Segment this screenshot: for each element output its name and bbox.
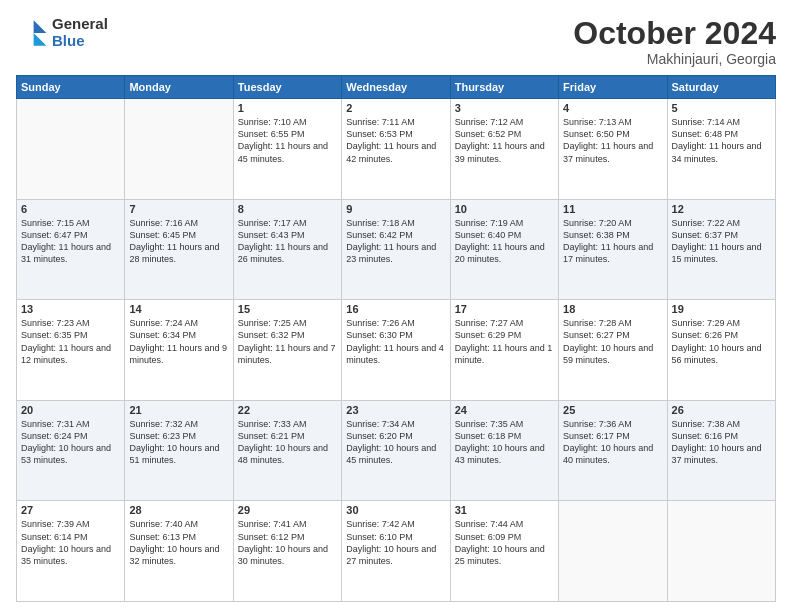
day-number: 6 — [21, 203, 120, 215]
day-number: 18 — [563, 303, 662, 315]
header: General Blue October 2024 Makhinjauri, G… — [16, 16, 776, 67]
logo: General Blue — [16, 16, 108, 49]
day-number: 5 — [672, 102, 771, 114]
day-number: 7 — [129, 203, 228, 215]
day-number: 30 — [346, 504, 445, 516]
svg-marker-0 — [34, 20, 47, 33]
logo-icon — [16, 17, 48, 49]
day-cell: 6Sunrise: 7:15 AM Sunset: 6:47 PM Daylig… — [17, 199, 125, 300]
day-number: 13 — [21, 303, 120, 315]
day-number: 1 — [238, 102, 337, 114]
day-info: Sunrise: 7:23 AM Sunset: 6:35 PM Dayligh… — [21, 317, 120, 366]
day-number: 22 — [238, 404, 337, 416]
day-cell: 20Sunrise: 7:31 AM Sunset: 6:24 PM Dayli… — [17, 400, 125, 501]
day-cell: 18Sunrise: 7:28 AM Sunset: 6:27 PM Dayli… — [559, 300, 667, 401]
day-info: Sunrise: 7:29 AM Sunset: 6:26 PM Dayligh… — [672, 317, 771, 366]
day-cell — [667, 501, 775, 602]
week-row-2: 6Sunrise: 7:15 AM Sunset: 6:47 PM Daylig… — [17, 199, 776, 300]
day-number: 31 — [455, 504, 554, 516]
day-info: Sunrise: 7:13 AM Sunset: 6:50 PM Dayligh… — [563, 116, 662, 165]
day-cell: 26Sunrise: 7:38 AM Sunset: 6:16 PM Dayli… — [667, 400, 775, 501]
weekday-header-monday: Monday — [125, 76, 233, 99]
day-cell: 16Sunrise: 7:26 AM Sunset: 6:30 PM Dayli… — [342, 300, 450, 401]
calendar-table: SundayMondayTuesdayWednesdayThursdayFrid… — [16, 75, 776, 602]
day-info: Sunrise: 7:15 AM Sunset: 6:47 PM Dayligh… — [21, 217, 120, 266]
day-cell: 2Sunrise: 7:11 AM Sunset: 6:53 PM Daylig… — [342, 99, 450, 200]
day-info: Sunrise: 7:24 AM Sunset: 6:34 PM Dayligh… — [129, 317, 228, 366]
day-number: 23 — [346, 404, 445, 416]
day-number: 2 — [346, 102, 445, 114]
day-cell — [125, 99, 233, 200]
day-cell: 29Sunrise: 7:41 AM Sunset: 6:12 PM Dayli… — [233, 501, 341, 602]
day-number: 15 — [238, 303, 337, 315]
weekday-header-row: SundayMondayTuesdayWednesdayThursdayFrid… — [17, 76, 776, 99]
logo-blue: Blue — [52, 33, 108, 50]
day-number: 21 — [129, 404, 228, 416]
day-number: 19 — [672, 303, 771, 315]
day-number: 29 — [238, 504, 337, 516]
day-info: Sunrise: 7:22 AM Sunset: 6:37 PM Dayligh… — [672, 217, 771, 266]
day-cell: 13Sunrise: 7:23 AM Sunset: 6:35 PM Dayli… — [17, 300, 125, 401]
day-number: 16 — [346, 303, 445, 315]
day-info: Sunrise: 7:18 AM Sunset: 6:42 PM Dayligh… — [346, 217, 445, 266]
day-number: 11 — [563, 203, 662, 215]
day-info: Sunrise: 7:41 AM Sunset: 6:12 PM Dayligh… — [238, 518, 337, 567]
day-cell: 19Sunrise: 7:29 AM Sunset: 6:26 PM Dayli… — [667, 300, 775, 401]
day-number: 26 — [672, 404, 771, 416]
day-info: Sunrise: 7:16 AM Sunset: 6:45 PM Dayligh… — [129, 217, 228, 266]
day-number: 14 — [129, 303, 228, 315]
day-number: 25 — [563, 404, 662, 416]
day-info: Sunrise: 7:19 AM Sunset: 6:40 PM Dayligh… — [455, 217, 554, 266]
day-cell — [559, 501, 667, 602]
day-info: Sunrise: 7:17 AM Sunset: 6:43 PM Dayligh… — [238, 217, 337, 266]
day-number: 3 — [455, 102, 554, 114]
title-location: Makhinjauri, Georgia — [573, 51, 776, 67]
day-number: 4 — [563, 102, 662, 114]
day-number: 12 — [672, 203, 771, 215]
day-number: 10 — [455, 203, 554, 215]
day-info: Sunrise: 7:11 AM Sunset: 6:53 PM Dayligh… — [346, 116, 445, 165]
day-info: Sunrise: 7:27 AM Sunset: 6:29 PM Dayligh… — [455, 317, 554, 366]
weekday-header-sunday: Sunday — [17, 76, 125, 99]
day-cell: 3Sunrise: 7:12 AM Sunset: 6:52 PM Daylig… — [450, 99, 558, 200]
day-number: 17 — [455, 303, 554, 315]
week-row-5: 27Sunrise: 7:39 AM Sunset: 6:14 PM Dayli… — [17, 501, 776, 602]
day-info: Sunrise: 7:20 AM Sunset: 6:38 PM Dayligh… — [563, 217, 662, 266]
weekday-header-thursday: Thursday — [450, 76, 558, 99]
weekday-header-wednesday: Wednesday — [342, 76, 450, 99]
week-row-3: 13Sunrise: 7:23 AM Sunset: 6:35 PM Dayli… — [17, 300, 776, 401]
title-block: October 2024 Makhinjauri, Georgia — [573, 16, 776, 67]
day-cell: 15Sunrise: 7:25 AM Sunset: 6:32 PM Dayli… — [233, 300, 341, 401]
day-info: Sunrise: 7:12 AM Sunset: 6:52 PM Dayligh… — [455, 116, 554, 165]
logo-general: General — [52, 16, 108, 33]
day-info: Sunrise: 7:26 AM Sunset: 6:30 PM Dayligh… — [346, 317, 445, 366]
day-info: Sunrise: 7:14 AM Sunset: 6:48 PM Dayligh… — [672, 116, 771, 165]
day-info: Sunrise: 7:28 AM Sunset: 6:27 PM Dayligh… — [563, 317, 662, 366]
day-info: Sunrise: 7:33 AM Sunset: 6:21 PM Dayligh… — [238, 418, 337, 467]
week-row-1: 1Sunrise: 7:10 AM Sunset: 6:55 PM Daylig… — [17, 99, 776, 200]
day-cell: 23Sunrise: 7:34 AM Sunset: 6:20 PM Dayli… — [342, 400, 450, 501]
day-number: 20 — [21, 404, 120, 416]
day-cell — [17, 99, 125, 200]
day-number: 27 — [21, 504, 120, 516]
day-info: Sunrise: 7:31 AM Sunset: 6:24 PM Dayligh… — [21, 418, 120, 467]
day-cell: 7Sunrise: 7:16 AM Sunset: 6:45 PM Daylig… — [125, 199, 233, 300]
weekday-header-saturday: Saturday — [667, 76, 775, 99]
day-cell: 28Sunrise: 7:40 AM Sunset: 6:13 PM Dayli… — [125, 501, 233, 602]
day-cell: 17Sunrise: 7:27 AM Sunset: 6:29 PM Dayli… — [450, 300, 558, 401]
day-cell: 8Sunrise: 7:17 AM Sunset: 6:43 PM Daylig… — [233, 199, 341, 300]
day-cell: 30Sunrise: 7:42 AM Sunset: 6:10 PM Dayli… — [342, 501, 450, 602]
weekday-header-tuesday: Tuesday — [233, 76, 341, 99]
day-cell: 22Sunrise: 7:33 AM Sunset: 6:21 PM Dayli… — [233, 400, 341, 501]
day-cell: 27Sunrise: 7:39 AM Sunset: 6:14 PM Dayli… — [17, 501, 125, 602]
day-cell: 4Sunrise: 7:13 AM Sunset: 6:50 PM Daylig… — [559, 99, 667, 200]
day-cell: 12Sunrise: 7:22 AM Sunset: 6:37 PM Dayli… — [667, 199, 775, 300]
day-cell: 11Sunrise: 7:20 AM Sunset: 6:38 PM Dayli… — [559, 199, 667, 300]
logo-text: General Blue — [52, 16, 108, 49]
day-number: 24 — [455, 404, 554, 416]
svg-marker-1 — [34, 33, 47, 46]
day-info: Sunrise: 7:34 AM Sunset: 6:20 PM Dayligh… — [346, 418, 445, 467]
day-number: 8 — [238, 203, 337, 215]
week-row-4: 20Sunrise: 7:31 AM Sunset: 6:24 PM Dayli… — [17, 400, 776, 501]
page: General Blue October 2024 Makhinjauri, G… — [0, 0, 792, 612]
